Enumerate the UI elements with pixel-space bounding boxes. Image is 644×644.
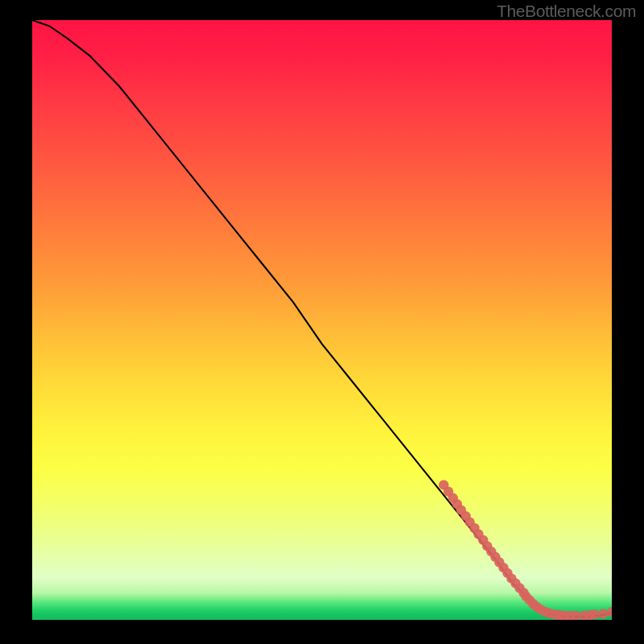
bottleneck-curve-line	[32, 20, 612, 617]
scatter-dot	[589, 609, 599, 619]
scatter-dots	[439, 480, 612, 620]
scatter-dot	[598, 609, 608, 618]
chart-plot-area	[32, 20, 612, 620]
chart-overlay	[32, 20, 612, 620]
watermark: TheBottleneck.com	[497, 2, 636, 21]
